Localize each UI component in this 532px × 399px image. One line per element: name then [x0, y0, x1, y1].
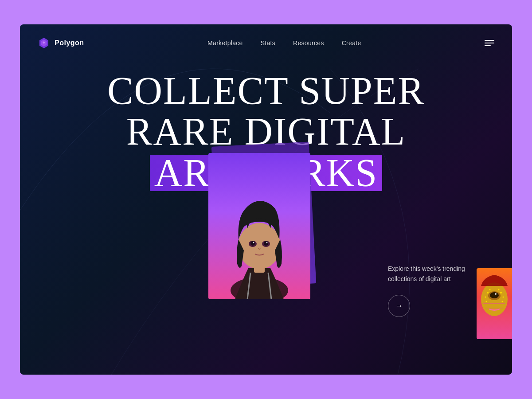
svg-point-16 — [487, 292, 489, 293]
nav-marketplace[interactable]: Marketplace — [207, 39, 243, 47]
svg-point-14 — [490, 292, 499, 298]
svg-point-21 — [502, 301, 503, 302]
svg-point-10 — [253, 242, 254, 243]
svg-point-5 — [238, 223, 281, 269]
svg-point-22 — [489, 289, 491, 290]
menu-button[interactable] — [485, 40, 494, 46]
app-window: Polygon Marketplace Stats Resources Crea… — [20, 24, 512, 375]
nav-links: Marketplace Stats Resources Create — [207, 39, 361, 47]
hero-line-1: COLLECT SUPER — [20, 70, 512, 111]
svg-point-9 — [264, 241, 268, 246]
nav-resources[interactable]: Resources — [293, 39, 324, 47]
hamburger-line-1 — [485, 40, 494, 41]
navbar: Polygon Marketplace Stats Resources Crea… — [20, 24, 512, 62]
svg-point-19 — [503, 297, 504, 298]
explore-text: Explore this week's trending collections… — [388, 264, 468, 284]
arrow-icon: → — [395, 301, 403, 311]
nav-create[interactable]: Create — [342, 39, 361, 47]
card-front — [208, 153, 310, 299]
nav-stats[interactable]: Stats — [261, 39, 275, 47]
arrow-button[interactable]: → — [388, 295, 410, 317]
polygon-logo-icon — [38, 37, 50, 49]
svg-point-17 — [500, 292, 502, 293]
right-content: Explore this week's trending collections… — [388, 264, 468, 317]
artwork-card — [208, 153, 324, 308]
hamburger-line-2 — [485, 43, 494, 43]
logo-area[interactable]: Polygon — [38, 37, 84, 49]
side-image[interactable] — [477, 268, 512, 339]
hamburger-line-3 — [485, 45, 491, 46]
svg-point-20 — [486, 301, 487, 302]
svg-point-18 — [485, 297, 486, 298]
character-svg — [208, 153, 310, 299]
svg-point-8 — [250, 241, 255, 246]
svg-point-11 — [266, 242, 268, 243]
svg-point-23 — [498, 289, 500, 290]
side-image-art — [477, 268, 512, 339]
svg-point-15 — [495, 293, 497, 295]
logo-text: Polygon — [55, 39, 84, 47]
